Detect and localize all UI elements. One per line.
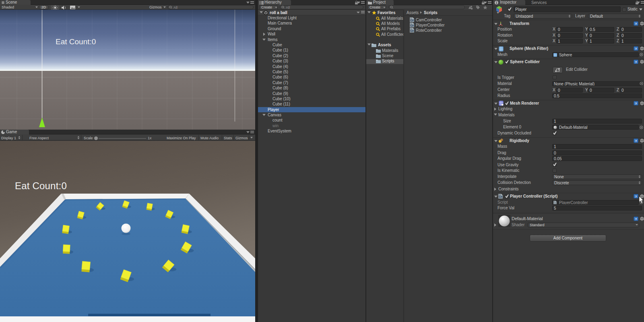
svg-text:C#: C# [499, 195, 502, 198]
svg-text:?: ? [635, 47, 637, 51]
svg-text:?: ? [635, 217, 637, 221]
svg-text:C#: C# [410, 19, 414, 22]
svg-text:?: ? [635, 102, 637, 105]
svg-text:C#: C# [410, 24, 414, 27]
svg-text:?: ? [635, 195, 637, 198]
svg-text:?: ? [635, 60, 637, 64]
svg-text:?: ? [635, 22, 637, 26]
svg-text:?: ? [635, 139, 637, 143]
svg-text:C#: C# [410, 29, 414, 32]
